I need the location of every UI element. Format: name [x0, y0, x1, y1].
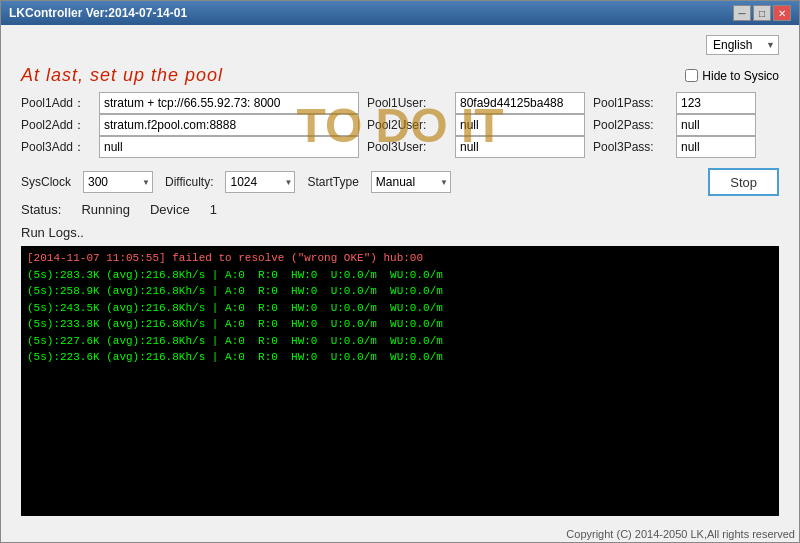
pool2-user-label: Pool2User: — [367, 118, 447, 132]
log-line: (5s):233.8K (avg):216.8Kh/s | A:0 R:0 HW… — [27, 316, 773, 333]
top-row: English Chinese — [21, 35, 779, 55]
pool1-user-label: Pool1User: — [367, 96, 447, 110]
starttype-select[interactable]: Manual Auto — [371, 171, 451, 193]
status-label: Status: — [21, 202, 61, 217]
starttype-label: StartType — [307, 175, 358, 189]
sysclock-select[interactable]: 300 400 500 — [83, 171, 153, 193]
minimize-button[interactable]: ─ — [733, 5, 751, 21]
run-logs-label: Run Logs.. — [21, 225, 779, 240]
stop-button[interactable]: Stop — [708, 168, 779, 196]
pool2-pass-input[interactable] — [676, 114, 756, 136]
close-button[interactable]: ✕ — [773, 5, 791, 21]
log-line: (5s):223.6K (avg):216.8Kh/s | A:0 R:0 HW… — [27, 349, 773, 366]
pool3-pass-input[interactable] — [676, 136, 756, 158]
pool1-pass-input[interactable] — [676, 92, 756, 114]
pool-forms: TO DO IT Pool1Add： Pool1User: Pool1Pass:… — [21, 92, 779, 158]
pool1-row: Pool1Add： Pool1User: Pool1Pass: — [21, 92, 779, 114]
pool3-row: Pool3Add： Pool3User: Pool3Pass: — [21, 136, 779, 158]
hide-sysico-checkbox[interactable] — [685, 69, 698, 82]
pool1-pass-label: Pool1Pass: — [593, 96, 668, 110]
main-heading: At last, set up the pool — [21, 65, 223, 86]
language-select[interactable]: English Chinese — [706, 35, 779, 55]
copyright-text: Copyright (C) 2014-2050 LK,All rights re… — [566, 528, 795, 540]
log-terminal: [2014-11-07 11:05:55] failed to resolve … — [21, 246, 779, 516]
pool1-user-input[interactable] — [455, 92, 585, 114]
pool3-add-input[interactable] — [99, 136, 359, 158]
difficulty-select[interactable]: 1024 2048 512 — [225, 171, 295, 193]
window-title: LKController Ver:2014-07-14-01 — [9, 6, 187, 20]
pool1-add-label: Pool1Add： — [21, 95, 91, 112]
pool3-user-input[interactable] — [455, 136, 585, 158]
language-wrapper: English Chinese — [706, 35, 779, 55]
pool2-user-input[interactable] — [455, 114, 585, 136]
log-line: (5s):227.6K (avg):216.8Kh/s | A:0 R:0 HW… — [27, 333, 773, 350]
maximize-button[interactable]: □ — [753, 5, 771, 21]
main-content: English Chinese At last, set up the pool… — [1, 25, 799, 526]
hide-sysico-row: Hide to Sysico — [685, 69, 779, 83]
starttype-wrapper: Manual Auto — [371, 171, 451, 193]
device-label: Device — [150, 202, 190, 217]
window-controls: ─ □ ✕ — [733, 5, 791, 21]
copyright-row: Copyright (C) 2014-2050 LK,All rights re… — [1, 526, 799, 542]
sysclock-wrapper: 300 400 500 — [83, 171, 153, 193]
pool2-row: Pool2Add： Pool2User: Pool2Pass: — [21, 114, 779, 136]
pool2-pass-label: Pool2Pass: — [593, 118, 668, 132]
pool2-add-label: Pool2Add： — [21, 117, 91, 134]
pool2-add-input[interactable] — [99, 114, 359, 136]
controls-row: SysClock 300 400 500 Difficulty: 1024 20… — [21, 168, 779, 196]
hide-sysico-label: Hide to Sysico — [702, 69, 779, 83]
sysclock-label: SysClock — [21, 175, 71, 189]
difficulty-wrapper: 1024 2048 512 — [225, 171, 295, 193]
title-bar: LKController Ver:2014-07-14-01 ─ □ ✕ — [1, 1, 799, 25]
device-value: 1 — [210, 202, 217, 217]
pool3-add-label: Pool3Add： — [21, 139, 91, 156]
pool3-pass-label: Pool3Pass: — [593, 140, 668, 154]
difficulty-label: Difficulty: — [165, 175, 213, 189]
status-row: Status: Running Device 1 — [21, 202, 779, 217]
log-line: (5s):283.3K (avg):216.8Kh/s | A:0 R:0 HW… — [27, 267, 773, 284]
log-line: (5s):243.5K (avg):216.8Kh/s | A:0 R:0 HW… — [27, 300, 773, 317]
main-window: LKController Ver:2014-07-14-01 ─ □ ✕ Eng… — [0, 0, 800, 543]
pool1-add-input[interactable] — [99, 92, 359, 114]
pool3-user-label: Pool3User: — [367, 140, 447, 154]
heading-row: At last, set up the pool Hide to Sysico — [21, 65, 779, 86]
log-line: (5s):258.9K (avg):216.8Kh/s | A:0 R:0 HW… — [27, 283, 773, 300]
status-value: Running — [81, 202, 129, 217]
log-line: [2014-11-07 11:05:55] failed to resolve … — [27, 250, 773, 267]
